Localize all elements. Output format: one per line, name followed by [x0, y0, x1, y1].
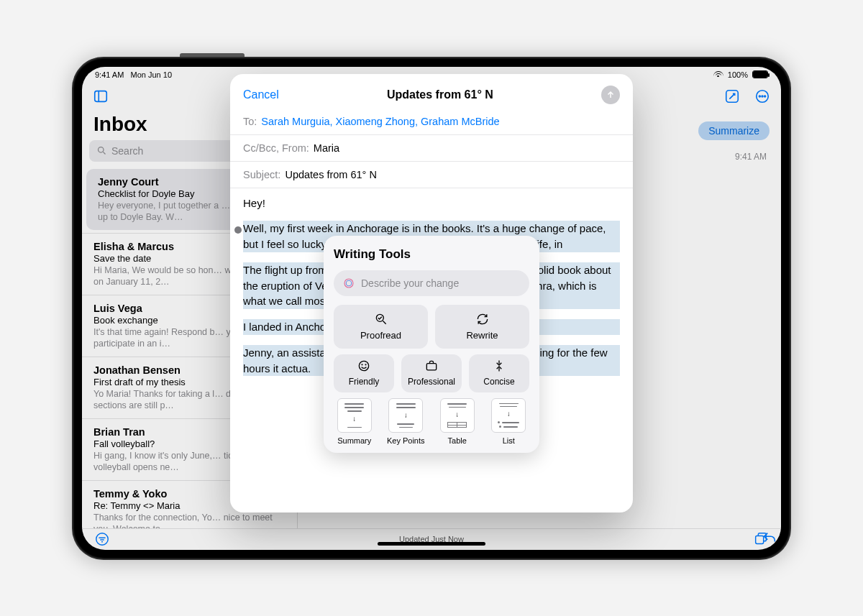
- bottom-bar: Updated Just Now: [82, 528, 781, 550]
- compress-icon: [492, 359, 506, 373]
- concise-label: Concise: [483, 376, 514, 388]
- svg-rect-13: [756, 535, 764, 543]
- subject-label: Subject:: [243, 169, 280, 180]
- briefcase-icon: [424, 359, 439, 373]
- professional-button[interactable]: Professional: [401, 354, 462, 392]
- compose-body[interactable]: Hey! Well, my first week in Anchorage is…: [230, 188, 633, 512]
- list-tile[interactable]: ↓ List: [488, 398, 530, 447]
- svg-point-17: [359, 361, 368, 370]
- professional-label: Professional: [408, 376, 455, 388]
- compose-icon[interactable]: [723, 88, 741, 105]
- subject-field[interactable]: Subject: Updates from 61° N: [230, 162, 633, 188]
- concise-button[interactable]: Concise: [469, 354, 529, 392]
- table-card-icon: ↓: [440, 398, 475, 433]
- svg-rect-0: [95, 91, 107, 101]
- to-value[interactable]: Sarah Murguia, Xiaomeng Zhong, Graham Mc…: [261, 116, 499, 127]
- svg-point-7: [762, 96, 763, 97]
- table-tile[interactable]: ↓ Table: [437, 398, 478, 447]
- summary-card-icon: ↓: [337, 398, 372, 433]
- svg-point-2: [99, 147, 104, 153]
- friendly-button[interactable]: Friendly: [334, 354, 394, 392]
- arrow-up-icon: [606, 90, 616, 100]
- compose-sheet: Cancel Updates from 61° N To: Sarah Murg…: [230, 74, 633, 512]
- rewrite-label: Rewrite: [466, 329, 498, 343]
- more-icon[interactable]: [754, 88, 771, 105]
- status-time: 9:41 AM: [95, 70, 124, 79]
- sidebar-toggle-icon[interactable]: [92, 88, 109, 105]
- cancel-button[interactable]: Cancel: [243, 88, 279, 101]
- proofread-button[interactable]: Proofread: [334, 305, 428, 349]
- rewrite-button[interactable]: Rewrite: [435, 305, 529, 349]
- summary-tile[interactable]: ↓ Summary: [334, 398, 375, 447]
- status-date: Mon Jun 10: [131, 70, 172, 79]
- magnifier-check-icon: [374, 312, 388, 326]
- writing-tools-title: Writing Tools: [334, 246, 529, 264]
- battery-percent: 100%: [728, 70, 748, 79]
- svg-line-3: [103, 152, 105, 154]
- screen: 9:41 AM Mon Jun 10 100%: [82, 67, 781, 550]
- list-label: List: [503, 436, 515, 447]
- writing-tools-popover: Writing Tools Describe your change Proof…: [324, 236, 539, 454]
- status-left: 9:41 AM Mon Jun 10: [95, 70, 172, 79]
- msg-preview: Thanks for the connection, Yo… nice to m…: [93, 512, 286, 528]
- writing-tools-placeholder: Describe your change: [361, 276, 459, 290]
- status-right: 100%: [713, 70, 768, 79]
- to-label: To:: [243, 116, 257, 127]
- svg-point-19: [365, 364, 366, 365]
- summarize-button[interactable]: Summarize: [698, 121, 770, 140]
- smile-icon: [357, 359, 371, 373]
- windows-icon[interactable]: [752, 530, 770, 548]
- to-field[interactable]: To: Sarah Murguia, Xiaomeng Zhong, Graha…: [230, 109, 633, 135]
- list-card-icon: ↓: [491, 398, 526, 433]
- ccbcc-value: Maria: [314, 142, 339, 154]
- wifi-icon: [713, 71, 723, 78]
- subject-value: Updates from 61° N: [285, 169, 377, 180]
- keypoints-label: Key Points: [387, 436, 425, 447]
- send-button[interactable]: [601, 86, 620, 104]
- ccbcc-field[interactable]: Cc/Bcc, From: Maria: [230, 135, 633, 162]
- message-timestamp: 9:41 AM: [735, 152, 767, 162]
- svg-point-9: [96, 533, 109, 546]
- proofread-label: Proofread: [360, 329, 401, 343]
- home-indicator[interactable]: [378, 542, 485, 546]
- svg-point-6: [759, 96, 760, 97]
- svg-point-15: [346, 280, 352, 286]
- summary-label: Summary: [337, 436, 371, 447]
- compose-title: Updates from 61° N: [387, 88, 493, 101]
- keypoints-tile[interactable]: ↓ Key Points: [385, 398, 427, 447]
- body-greeting: Hey!: [243, 196, 620, 211]
- svg-point-18: [362, 364, 362, 365]
- ipad-device-frame: 9:41 AM Mon Jun 10 100%: [72, 57, 791, 560]
- table-label: Table: [448, 436, 467, 447]
- compose-header: Cancel Updates from 61° N: [230, 81, 633, 109]
- filter-icon[interactable]: [93, 530, 111, 548]
- friendly-label: Friendly: [349, 376, 380, 388]
- sparkle-icon: [342, 277, 355, 290]
- ccbcc-label: Cc/Bcc, From:: [243, 142, 309, 154]
- keypoints-card-icon: ↓: [388, 398, 423, 433]
- battery-icon: [752, 70, 768, 78]
- rewrite-icon: [475, 312, 490, 326]
- svg-rect-20: [426, 364, 436, 370]
- writing-tools-input[interactable]: Describe your change: [334, 270, 529, 296]
- search-icon: [96, 145, 107, 156]
- selection-handle-icon[interactable]: [234, 226, 242, 234]
- svg-point-8: [764, 96, 766, 97]
- search-placeholder: Search: [111, 145, 143, 157]
